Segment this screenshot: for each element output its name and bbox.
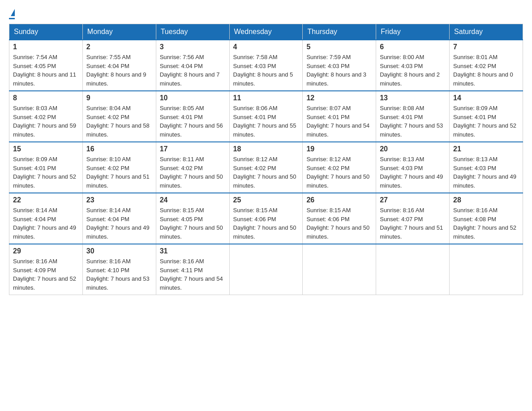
day-number: 9 [86, 94, 152, 102]
day-number: 19 [306, 145, 372, 153]
calendar-week-row: 1 Sunrise: 7:54 AM Sunset: 4:05 PM Dayli… [9, 40, 523, 91]
calendar-day-31: 31 Sunrise: 8:16 AM Sunset: 4:11 PM Dayl… [156, 244, 229, 295]
logo-underline [9, 18, 15, 19]
day-info: Sunrise: 8:05 AM Sunset: 4:01 PM Dayligh… [160, 104, 226, 139]
calendar-table: SundayMondayTuesdayWednesdayThursdayFrid… [9, 24, 523, 295]
day-info: Sunrise: 7:59 AM Sunset: 4:03 PM Dayligh… [306, 53, 372, 88]
calendar-day-6: 6 Sunrise: 8:00 AM Sunset: 4:03 PM Dayli… [376, 40, 450, 91]
day-number: 4 [233, 43, 299, 51]
calendar-day-4: 4 Sunrise: 7:58 AM Sunset: 4:03 PM Dayli… [229, 40, 303, 91]
day-number: 31 [160, 247, 226, 255]
calendar-header-friday: Friday [376, 24, 450, 40]
calendar-day-10: 10 Sunrise: 8:05 AM Sunset: 4:01 PM Dayl… [156, 91, 229, 142]
day-info: Sunrise: 8:12 AM Sunset: 4:02 PM Dayligh… [233, 155, 299, 190]
calendar-day-26: 26 Sunrise: 8:15 AM Sunset: 4:06 PM Dayl… [303, 193, 376, 244]
day-info: Sunrise: 8:16 AM Sunset: 4:07 PM Dayligh… [380, 206, 446, 241]
calendar-day-24: 24 Sunrise: 8:15 AM Sunset: 4:05 PM Dayl… [156, 193, 229, 244]
day-info: Sunrise: 8:03 AM Sunset: 4:02 PM Dayligh… [13, 104, 79, 139]
calendar-day-15: 15 Sunrise: 8:09 AM Sunset: 4:01 PM Dayl… [9, 142, 83, 193]
calendar-day-8: 8 Sunrise: 8:03 AM Sunset: 4:02 PM Dayli… [9, 91, 83, 142]
calendar-empty-cell [229, 244, 303, 295]
calendar-week-row: 29 Sunrise: 8:16 AM Sunset: 4:09 PM Dayl… [9, 244, 523, 295]
day-number: 3 [160, 43, 226, 51]
day-info: Sunrise: 8:10 AM Sunset: 4:02 PM Dayligh… [86, 155, 152, 190]
day-info: Sunrise: 8:13 AM Sunset: 4:03 PM Dayligh… [453, 155, 519, 190]
day-number: 15 [13, 145, 79, 153]
day-number: 23 [86, 196, 152, 204]
calendar-day-7: 7 Sunrise: 8:01 AM Sunset: 4:02 PM Dayli… [450, 40, 523, 91]
day-info: Sunrise: 8:08 AM Sunset: 4:01 PM Dayligh… [380, 104, 446, 139]
day-info: Sunrise: 8:15 AM Sunset: 4:06 PM Dayligh… [233, 206, 299, 241]
calendar-day-14: 14 Sunrise: 8:09 AM Sunset: 4:01 PM Dayl… [450, 91, 523, 142]
day-info: Sunrise: 7:56 AM Sunset: 4:04 PM Dayligh… [160, 53, 226, 88]
day-info: Sunrise: 7:58 AM Sunset: 4:03 PM Dayligh… [233, 53, 299, 88]
calendar-header-saturday: Saturday [450, 24, 523, 40]
day-info: Sunrise: 8:09 AM Sunset: 4:01 PM Dayligh… [13, 155, 79, 190]
calendar-day-3: 3 Sunrise: 7:56 AM Sunset: 4:04 PM Dayli… [156, 40, 229, 91]
calendar-empty-cell [376, 244, 450, 295]
day-number: 10 [160, 94, 226, 102]
day-info: Sunrise: 7:54 AM Sunset: 4:05 PM Dayligh… [13, 53, 79, 88]
calendar-day-27: 27 Sunrise: 8:16 AM Sunset: 4:07 PM Dayl… [376, 193, 450, 244]
day-number: 1 [13, 43, 79, 51]
day-info: Sunrise: 8:07 AM Sunset: 4:01 PM Dayligh… [306, 104, 372, 139]
day-info: Sunrise: 8:13 AM Sunset: 4:03 PM Dayligh… [380, 155, 446, 190]
day-number: 7 [453, 43, 519, 51]
day-number: 27 [380, 196, 446, 204]
calendar-day-28: 28 Sunrise: 8:16 AM Sunset: 4:08 PM Dayl… [450, 193, 523, 244]
day-number: 21 [453, 145, 519, 153]
day-info: Sunrise: 8:16 AM Sunset: 4:11 PM Dayligh… [160, 257, 226, 292]
day-info: Sunrise: 8:06 AM Sunset: 4:01 PM Dayligh… [233, 104, 299, 139]
logo [9, 9, 15, 19]
calendar-day-20: 20 Sunrise: 8:13 AM Sunset: 4:03 PM Dayl… [376, 142, 450, 193]
day-number: 13 [380, 94, 446, 102]
day-number: 17 [160, 145, 226, 153]
calendar-week-row: 22 Sunrise: 8:14 AM Sunset: 4:04 PM Dayl… [9, 193, 523, 244]
calendar-header-row: SundayMondayTuesdayWednesdayThursdayFrid… [9, 24, 523, 40]
logo-triangle-icon [11, 9, 15, 16]
calendar-day-1: 1 Sunrise: 7:54 AM Sunset: 4:05 PM Dayli… [9, 40, 83, 91]
day-number: 12 [306, 94, 372, 102]
day-number: 26 [306, 196, 372, 204]
day-info: Sunrise: 8:14 AM Sunset: 4:04 PM Dayligh… [86, 206, 152, 241]
page-header [9, 9, 523, 19]
calendar-header-wednesday: Wednesday [229, 24, 303, 40]
calendar-header-thursday: Thursday [303, 24, 376, 40]
calendar-day-19: 19 Sunrise: 8:12 AM Sunset: 4:02 PM Dayl… [303, 142, 376, 193]
day-number: 11 [233, 94, 299, 102]
calendar-day-16: 16 Sunrise: 8:10 AM Sunset: 4:02 PM Dayl… [82, 142, 156, 193]
calendar-day-12: 12 Sunrise: 8:07 AM Sunset: 4:01 PM Dayl… [303, 91, 376, 142]
calendar-day-17: 17 Sunrise: 8:11 AM Sunset: 4:02 PM Dayl… [156, 142, 229, 193]
day-number: 14 [453, 94, 519, 102]
day-info: Sunrise: 8:16 AM Sunset: 4:08 PM Dayligh… [453, 206, 519, 241]
day-info: Sunrise: 8:04 AM Sunset: 4:02 PM Dayligh… [86, 104, 152, 139]
day-number: 29 [13, 247, 79, 255]
calendar-header-tuesday: Tuesday [156, 24, 229, 40]
day-number: 20 [380, 145, 446, 153]
calendar-day-11: 11 Sunrise: 8:06 AM Sunset: 4:01 PM Dayl… [229, 91, 303, 142]
day-info: Sunrise: 8:11 AM Sunset: 4:02 PM Dayligh… [160, 155, 226, 190]
day-number: 30 [86, 247, 152, 255]
calendar-week-row: 15 Sunrise: 8:09 AM Sunset: 4:01 PM Dayl… [9, 142, 523, 193]
calendar-empty-cell [303, 244, 376, 295]
day-number: 22 [13, 196, 79, 204]
calendar-day-18: 18 Sunrise: 8:12 AM Sunset: 4:02 PM Dayl… [229, 142, 303, 193]
calendar-day-2: 2 Sunrise: 7:55 AM Sunset: 4:04 PM Dayli… [82, 40, 156, 91]
calendar-week-row: 8 Sunrise: 8:03 AM Sunset: 4:02 PM Dayli… [9, 91, 523, 142]
calendar-day-9: 9 Sunrise: 8:04 AM Sunset: 4:02 PM Dayli… [82, 91, 156, 142]
day-number: 5 [306, 43, 372, 51]
calendar-day-25: 25 Sunrise: 8:15 AM Sunset: 4:06 PM Dayl… [229, 193, 303, 244]
day-info: Sunrise: 8:12 AM Sunset: 4:02 PM Dayligh… [306, 155, 372, 190]
day-info: Sunrise: 8:01 AM Sunset: 4:02 PM Dayligh… [453, 53, 519, 88]
calendar-day-29: 29 Sunrise: 8:16 AM Sunset: 4:09 PM Dayl… [9, 244, 83, 295]
calendar-day-21: 21 Sunrise: 8:13 AM Sunset: 4:03 PM Dayl… [450, 142, 523, 193]
calendar-day-13: 13 Sunrise: 8:08 AM Sunset: 4:01 PM Dayl… [376, 91, 450, 142]
day-number: 8 [13, 94, 79, 102]
calendar-day-5: 5 Sunrise: 7:59 AM Sunset: 4:03 PM Dayli… [303, 40, 376, 91]
day-number: 25 [233, 196, 299, 204]
day-number: 18 [233, 145, 299, 153]
day-info: Sunrise: 8:15 AM Sunset: 4:06 PM Dayligh… [306, 206, 372, 241]
day-number: 2 [86, 43, 152, 51]
calendar-day-22: 22 Sunrise: 8:14 AM Sunset: 4:04 PM Dayl… [9, 193, 83, 244]
day-info: Sunrise: 8:09 AM Sunset: 4:01 PM Dayligh… [453, 104, 519, 139]
